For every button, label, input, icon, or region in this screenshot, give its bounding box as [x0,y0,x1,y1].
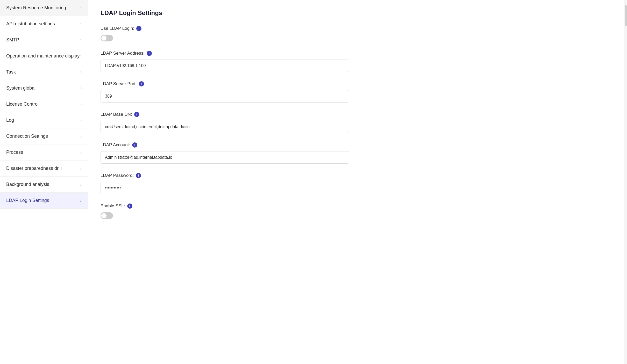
sidebar-item-task[interactable]: Task› [0,64,88,80]
sidebar-item-label-background-analysis: Background analysis [6,182,49,187]
ldap-base-dn-label: LDAP Base DN: i [101,112,611,117]
sidebar-item-label-process: Process [6,150,23,155]
use-ldap-login-toggle-container [101,35,611,41]
ldap-password-info-icon[interactable]: i [136,173,141,178]
sidebar-item-label-log: Log [6,118,14,123]
enable-ssl-slider [101,212,113,219]
sidebar-item-disaster-preparedness-drill[interactable]: Disaster preparedness drill› [0,161,88,177]
ldap-server-port-label: LDAP Server Port: i [101,81,611,86]
chevron-icon-license-control: › [80,102,82,107]
sidebar-item-label-system-global: System global [6,85,35,91]
sidebar-item-label-disaster-preparedness-drill: Disaster preparedness drill [6,166,62,171]
ldap-account-section: LDAP Account: i [101,142,611,164]
enable-ssl-section: Enable SSL: i [101,203,611,219]
use-ldap-login-slider [101,35,113,41]
ldap-account-label: LDAP Account: i [101,142,611,148]
enable-ssl-toggle-container [101,212,611,219]
chevron-icon-smtp: › [80,38,82,42]
ldap-password-label: LDAP Password: i [101,173,611,178]
ldap-account-info-icon[interactable]: i [132,142,137,148]
sidebar-item-label-license-control: License Control [6,101,39,107]
ldap-password-input[interactable] [101,182,349,194]
ldap-account-input[interactable] [101,151,349,164]
use-ldap-login-section: Use LDAP Login: i [101,26,611,41]
chevron-icon-connection-settings: › [80,134,82,139]
sidebar-item-system-global[interactable]: System global› [0,80,88,96]
chevron-icon-system-global: › [80,86,82,91]
ldap-server-address-input[interactable] [101,60,349,72]
sidebar-item-log[interactable]: Log› [0,112,88,128]
chevron-icon-operation-maintenance-display: › [80,54,82,59]
ldap-password-section: LDAP Password: i [101,173,611,194]
sidebar-item-connection-settings[interactable]: Connection Settings› [0,128,88,144]
sidebar-item-operation-maintenance-display[interactable]: Operation and maintenance display› [0,48,88,64]
sidebar-item-ldap-login-settings[interactable]: LDAP Login Settings› [0,193,88,209]
enable-ssl-toggle[interactable] [101,212,113,219]
use-ldap-login-info-icon[interactable]: i [136,26,141,31]
sidebar-item-label-ldap-login-settings: LDAP Login Settings [6,198,49,203]
scrollbar-thumb[interactable] [625,5,627,26]
chevron-icon-task: › [80,70,82,75]
sidebar-item-system-resource-monitoring[interactable]: System Resource Monitoring› [0,0,88,16]
ldap-server-port-input[interactable] [101,90,349,103]
scrollbar-track [624,0,627,364]
sidebar-item-api-distribution-settings[interactable]: API distribution settings› [0,16,88,32]
sidebar-item-label-smtp: SMTP [6,37,19,43]
main-content: LDAP Login Settings Use LDAP Login: i LD… [88,0,624,364]
sidebar: System Resource Monitoring›API distribut… [0,0,88,364]
use-ldap-login-toggle[interactable] [101,35,113,41]
ldap-base-dn-section: LDAP Base DN: i [101,112,611,133]
sidebar-item-label-connection-settings: Connection Settings [6,134,48,139]
enable-ssl-info-icon[interactable]: i [127,203,132,209]
sidebar-item-label-operation-maintenance-display: Operation and maintenance display [6,53,80,59]
page-title: LDAP Login Settings [101,9,611,17]
sidebar-item-label-task: Task [6,69,16,75]
enable-ssl-label: Enable SSL: i [101,203,611,209]
chevron-icon-process: › [80,150,82,155]
chevron-icon-ldap-login-settings: › [80,198,82,203]
use-ldap-login-label: Use LDAP Login: i [101,26,611,31]
chevron-icon-log: › [80,118,82,123]
ldap-base-dn-info-icon[interactable]: i [134,112,139,117]
sidebar-item-process[interactable]: Process› [0,144,88,161]
ldap-server-address-section: LDAP Server Address: i [101,51,611,72]
chevron-icon-system-resource-monitoring: › [80,6,82,10]
chevron-icon-disaster-preparedness-drill: › [80,166,82,171]
chevron-icon-background-analysis: › [80,182,82,187]
sidebar-item-label-api-distribution-settings: API distribution settings [6,21,55,27]
ldap-server-address-info-icon[interactable]: i [147,51,152,56]
ldap-server-port-info-icon[interactable]: i [139,81,144,86]
ldap-base-dn-input[interactable] [101,121,349,133]
sidebar-item-background-analysis[interactable]: Background analysis› [0,177,88,193]
sidebar-item-label-system-resource-monitoring: System Resource Monitoring [6,5,66,11]
chevron-icon-api-distribution-settings: › [80,22,82,26]
ldap-server-port-section: LDAP Server Port: i [101,81,611,103]
ldap-server-address-label: LDAP Server Address: i [101,51,611,56]
sidebar-item-smtp[interactable]: SMTP› [0,32,88,48]
sidebar-item-license-control[interactable]: License Control› [0,96,88,112]
